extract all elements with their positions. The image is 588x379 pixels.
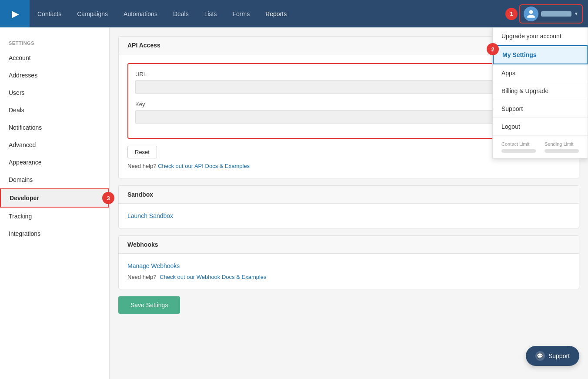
nav-item-deals[interactable]: Deals <box>165 0 197 27</box>
dropdown-upgrade[interactable]: Upgrade your account <box>493 27 588 45</box>
sidebar-item-notifications[interactable]: Notifications <box>0 119 109 136</box>
sandbox-header: Sandbox <box>119 186 579 204</box>
nav-item-automations[interactable]: Automations <box>116 0 165 27</box>
reset-button[interactable]: Reset <box>127 146 157 158</box>
user-dropdown-menu: Upgrade your account My Settings 2 Apps … <box>492 27 588 158</box>
launch-sandbox-link[interactable]: Launch Sandbox <box>127 212 173 219</box>
sidebar-item-users[interactable]: Users <box>0 84 109 101</box>
sidebar-item-appearance[interactable]: Appearance <box>0 154 109 171</box>
sidebar-item-advanced[interactable]: Advanced <box>0 136 109 154</box>
sidebar-item-account[interactable]: Account <box>0 49 109 67</box>
nav-items: Contacts Campaigns Automations Deals Lis… <box>30 0 505 27</box>
support-button[interactable]: 💬 Support <box>526 346 579 366</box>
dropdown-logout[interactable]: Logout <box>493 118 588 136</box>
sending-limit-bar <box>545 149 579 153</box>
contact-limit-bar <box>501 149 536 153</box>
settings-section-label: SETTINGS <box>0 36 109 49</box>
nav-logo[interactable]: ▶ <box>0 0 30 27</box>
support-icon: 💬 <box>535 351 545 361</box>
webhooks-body: Manage Webhooks Need help? Check out our… <box>119 254 579 289</box>
sidebar-item-developer[interactable]: Developer 3 <box>0 188 109 208</box>
sidebar-item-domains[interactable]: Domains <box>0 171 109 188</box>
nav-item-lists[interactable]: Lists <box>197 0 225 27</box>
webhook-docs-link[interactable]: Check out our Webhook Docs & Examples <box>160 274 266 280</box>
user-avatar <box>524 7 538 21</box>
chevron-down-icon: ▼ <box>574 11 578 16</box>
nav-item-reports[interactable]: Reports <box>257 0 294 27</box>
dropdown-limits: Contact Limit Sending Limit <box>493 136 588 158</box>
contact-limit-label: Contact Limit <box>501 141 536 147</box>
sending-limit-label: Sending Limit <box>545 141 579 147</box>
sidebar-item-integrations[interactable]: Integrations <box>0 225 109 242</box>
nav-item-contacts[interactable]: Contacts <box>30 0 69 27</box>
sandbox-body: Launch Sandbox <box>119 204 579 228</box>
dropdown-support[interactable]: Support <box>493 100 588 118</box>
sidebar: SETTINGS Account Addresses Users Deals N… <box>0 27 110 379</box>
top-navigation: ▶ Contacts Campaigns Automations Deals L… <box>0 0 588 27</box>
annotation-badge-1: 1 <box>505 8 518 20</box>
sidebar-item-addresses[interactable]: Addresses <box>0 67 109 84</box>
contact-limit-col: Contact Limit <box>501 141 536 153</box>
annotation-badge-3: 3 <box>102 192 114 204</box>
dropdown-billing[interactable]: Billing & Upgrade <box>493 82 588 100</box>
annotation-badge-2: 2 <box>487 43 499 55</box>
webhooks-card: Webhooks Manage Webhooks Need help? Chec… <box>118 235 579 289</box>
sending-limit-col: Sending Limit <box>545 141 579 153</box>
user-menu-trigger[interactable]: ▼ <box>519 4 583 23</box>
my-settings-row: Upgrade your account My Settings 2 <box>493 27 588 64</box>
nav-right: 1 ▼ <box>505 4 583 23</box>
user-name <box>541 11 571 17</box>
webhooks-header: Webhooks <box>119 236 579 254</box>
nav-item-forms[interactable]: Forms <box>225 0 258 27</box>
nav-item-campaigns[interactable]: Campaigns <box>69 0 116 27</box>
sidebar-item-tracking[interactable]: Tracking <box>0 208 109 225</box>
manage-webhooks-link[interactable]: Manage Webhooks <box>127 262 570 269</box>
save-settings-button[interactable]: Save Settings <box>118 296 180 314</box>
dropdown-apps[interactable]: Apps <box>493 64 588 82</box>
webhook-need-help: Need help? Check out our Webhook Docs & … <box>127 274 570 280</box>
api-docs-link[interactable]: Check out our API Docs & Examples <box>158 163 250 169</box>
dropdown-my-settings[interactable]: My Settings <box>493 45 588 64</box>
api-need-help: Need help? Check out our API Docs & Exam… <box>127 163 570 169</box>
sidebar-item-deals[interactable]: Deals <box>0 101 109 119</box>
sandbox-card: Sandbox Launch Sandbox <box>118 185 579 228</box>
